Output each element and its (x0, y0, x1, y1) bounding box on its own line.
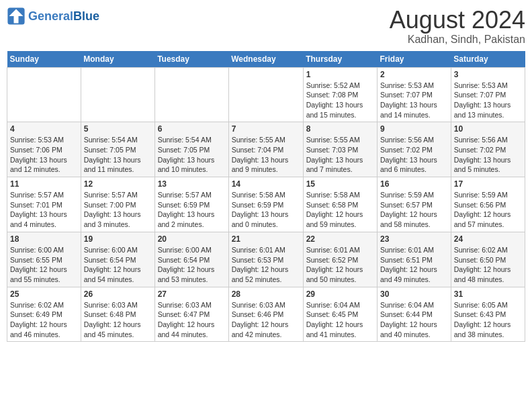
calendar-cell: 22Sunrise: 6:01 AM Sunset: 6:52 PM Dayli… (303, 232, 377, 287)
calendar-cell: 12Sunrise: 5:57 AM Sunset: 7:00 PM Dayli… (81, 177, 154, 232)
cell-info: Sunrise: 6:00 AM Sunset: 6:54 PM Dayligh… (84, 245, 152, 285)
cell-info: Sunrise: 6:00 AM Sunset: 6:55 PM Dayligh… (10, 245, 78, 285)
calendar-cell: 25Sunrise: 6:02 AM Sunset: 6:49 PM Dayli… (7, 287, 81, 342)
cell-date: 11 (10, 179, 78, 189)
cell-date: 13 (158, 179, 226, 189)
cell-date: 3 (454, 70, 522, 79)
calendar-cell: 14Sunrise: 5:58 AM Sunset: 6:59 PM Dayli… (228, 177, 303, 232)
cell-info: Sunrise: 6:05 AM Sunset: 6:43 PM Dayligh… (454, 300, 522, 340)
cell-info: Sunrise: 5:59 AM Sunset: 6:56 PM Dayligh… (454, 190, 522, 230)
page-header: GeneralBlue August 2024 Kadhan, Sindh, P… (7, 7, 525, 46)
calendar-cell: 27Sunrise: 6:03 AM Sunset: 6:47 PM Dayli… (154, 287, 228, 342)
calendar-cell: 4Sunrise: 5:53 AM Sunset: 7:06 PM Daylig… (7, 122, 81, 177)
cell-date: 4 (10, 124, 78, 134)
cell-date: 21 (232, 234, 300, 244)
cell-info: Sunrise: 5:56 AM Sunset: 7:02 PM Dayligh… (454, 135, 522, 175)
calendar-cell: 31Sunrise: 6:05 AM Sunset: 6:43 PM Dayli… (451, 287, 525, 342)
cell-date: 16 (380, 179, 448, 189)
calendar-cell: 3Sunrise: 5:53 AM Sunset: 7:07 PM Daylig… (451, 67, 525, 122)
calendar-cell: 1Sunrise: 5:52 AM Sunset: 7:08 PM Daylig… (303, 67, 377, 122)
cell-date: 22 (306, 234, 374, 244)
calendar-cell: 17Sunrise: 5:59 AM Sunset: 6:56 PM Dayli… (451, 177, 525, 232)
cell-date: 10 (454, 124, 522, 134)
cell-date: 24 (454, 234, 522, 244)
cell-date: 2 (380, 70, 448, 79)
cell-info: Sunrise: 5:57 AM Sunset: 7:00 PM Dayligh… (84, 190, 152, 230)
cell-date: 30 (380, 289, 448, 299)
cell-info: Sunrise: 5:52 AM Sunset: 7:08 PM Dayligh… (306, 81, 374, 120)
day-header-wednesday: Wednesday (228, 51, 303, 68)
cell-info: Sunrise: 5:55 AM Sunset: 7:03 PM Dayligh… (306, 135, 374, 175)
logo-icon (7, 7, 26, 26)
calendar-cell: 21Sunrise: 6:01 AM Sunset: 6:53 PM Dayli… (228, 232, 303, 287)
cell-date: 15 (306, 179, 374, 189)
cell-info: Sunrise: 6:03 AM Sunset: 6:47 PM Dayligh… (158, 300, 226, 340)
calendar-cell (154, 67, 228, 122)
cell-date: 7 (232, 124, 300, 134)
calendar-week-row: 11Sunrise: 5:57 AM Sunset: 7:01 PM Dayli… (7, 177, 525, 232)
calendar-cell: 2Sunrise: 5:53 AM Sunset: 7:07 PM Daylig… (378, 67, 451, 122)
calendar-cell: 19Sunrise: 6:00 AM Sunset: 6:54 PM Dayli… (81, 232, 154, 287)
cell-info: Sunrise: 6:01 AM Sunset: 6:53 PM Dayligh… (232, 245, 300, 285)
calendar-cell (228, 67, 303, 122)
day-header-sunday: Sunday (7, 51, 81, 68)
day-header-thursday: Thursday (303, 51, 377, 68)
calendar-cell: 26Sunrise: 6:03 AM Sunset: 6:48 PM Dayli… (81, 287, 154, 342)
cell-info: Sunrise: 5:55 AM Sunset: 7:04 PM Dayligh… (232, 135, 300, 175)
calendar-cell (7, 67, 81, 122)
cell-info: Sunrise: 5:57 AM Sunset: 7:01 PM Dayligh… (10, 190, 78, 230)
calendar-cell: 29Sunrise: 6:04 AM Sunset: 6:45 PM Dayli… (303, 287, 377, 342)
cell-date: 27 (158, 289, 226, 299)
calendar-cell: 24Sunrise: 6:02 AM Sunset: 6:50 PM Dayli… (451, 232, 525, 287)
calendar-cell: 15Sunrise: 5:58 AM Sunset: 6:58 PM Dayli… (303, 177, 377, 232)
cell-date: 1 (306, 70, 374, 79)
cell-date: 17 (454, 179, 522, 189)
cell-date: 28 (232, 289, 300, 299)
cell-info: Sunrise: 5:54 AM Sunset: 7:05 PM Dayligh… (158, 135, 226, 175)
logo: GeneralBlue (7, 7, 99, 26)
cell-date: 23 (380, 234, 448, 244)
cell-date: 9 (380, 124, 448, 134)
cell-info: Sunrise: 5:57 AM Sunset: 6:59 PM Dayligh… (158, 190, 226, 230)
cell-date: 14 (232, 179, 300, 189)
logo-text: GeneralBlue (28, 9, 99, 24)
calendar-week-row: 18Sunrise: 6:00 AM Sunset: 6:55 PM Dayli… (7, 232, 525, 287)
cell-date: 19 (84, 234, 152, 244)
day-header-tuesday: Tuesday (154, 51, 228, 68)
calendar-cell (81, 67, 154, 122)
cell-info: Sunrise: 5:53 AM Sunset: 7:07 PM Dayligh… (380, 81, 448, 120)
calendar-cell: 23Sunrise: 6:01 AM Sunset: 6:51 PM Dayli… (378, 232, 451, 287)
day-header-monday: Monday (81, 51, 154, 68)
cell-info: Sunrise: 6:03 AM Sunset: 6:48 PM Dayligh… (84, 300, 152, 340)
cell-date: 6 (158, 124, 226, 134)
cell-info: Sunrise: 5:56 AM Sunset: 7:02 PM Dayligh… (380, 135, 448, 175)
calendar-week-row: 1Sunrise: 5:52 AM Sunset: 7:08 PM Daylig… (7, 67, 525, 122)
calendar-table: SundayMondayTuesdayWednesdayThursdayFrid… (7, 51, 525, 342)
cell-date: 26 (84, 289, 152, 299)
calendar-cell: 8Sunrise: 5:55 AM Sunset: 7:03 PM Daylig… (303, 122, 377, 177)
calendar-cell: 5Sunrise: 5:54 AM Sunset: 7:05 PM Daylig… (81, 122, 154, 177)
calendar-week-row: 4Sunrise: 5:53 AM Sunset: 7:06 PM Daylig… (7, 122, 525, 177)
calendar-header-row: SundayMondayTuesdayWednesdayThursdayFrid… (7, 51, 525, 68)
cell-info: Sunrise: 6:04 AM Sunset: 6:44 PM Dayligh… (380, 300, 448, 340)
location: Kadhan, Sindh, Pakistan (390, 34, 525, 46)
calendar-week-row: 25Sunrise: 6:02 AM Sunset: 6:49 PM Dayli… (7, 287, 525, 342)
cell-info: Sunrise: 6:04 AM Sunset: 6:45 PM Dayligh… (306, 300, 374, 340)
calendar-cell: 28Sunrise: 6:03 AM Sunset: 6:46 PM Dayli… (228, 287, 303, 342)
calendar-cell: 30Sunrise: 6:04 AM Sunset: 6:44 PM Dayli… (378, 287, 451, 342)
calendar-cell: 9Sunrise: 5:56 AM Sunset: 7:02 PM Daylig… (378, 122, 451, 177)
cell-info: Sunrise: 6:02 AM Sunset: 6:49 PM Dayligh… (10, 300, 78, 340)
day-header-saturday: Saturday (451, 51, 525, 68)
cell-info: Sunrise: 5:53 AM Sunset: 7:07 PM Dayligh… (454, 81, 522, 120)
cell-date: 8 (306, 124, 374, 134)
calendar-cell: 20Sunrise: 6:00 AM Sunset: 6:54 PM Dayli… (154, 232, 228, 287)
calendar-cell: 7Sunrise: 5:55 AM Sunset: 7:04 PM Daylig… (228, 122, 303, 177)
cell-date: 5 (84, 124, 152, 134)
calendar-cell: 18Sunrise: 6:00 AM Sunset: 6:55 PM Dayli… (7, 232, 81, 287)
cell-date: 25 (10, 289, 78, 299)
cell-info: Sunrise: 6:01 AM Sunset: 6:51 PM Dayligh… (380, 245, 448, 285)
calendar-cell: 11Sunrise: 5:57 AM Sunset: 7:01 PM Dayli… (7, 177, 81, 232)
cell-info: Sunrise: 6:00 AM Sunset: 6:54 PM Dayligh… (158, 245, 226, 285)
calendar-cell: 16Sunrise: 5:59 AM Sunset: 6:57 PM Dayli… (378, 177, 451, 232)
cell-info: Sunrise: 6:02 AM Sunset: 6:50 PM Dayligh… (454, 245, 522, 285)
